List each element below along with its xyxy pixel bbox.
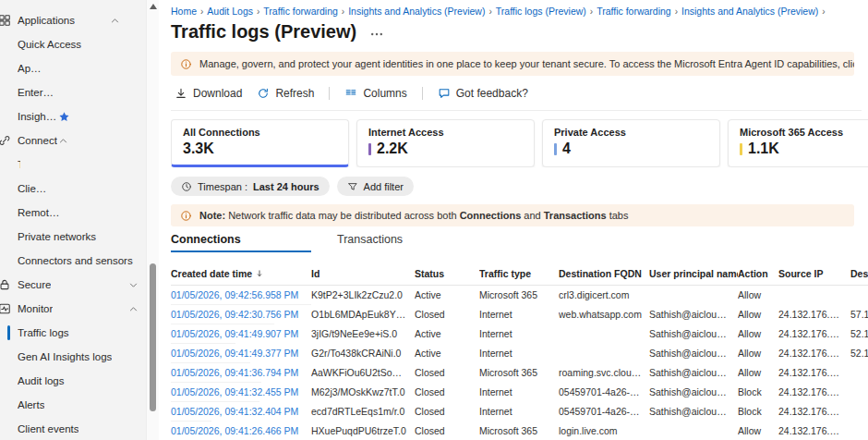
breadcrumb-link[interactable]: Insights and Analytics (Preview)	[348, 6, 485, 17]
sidebar-item[interactable]: Remote networks	[0, 201, 83, 225]
source-ip-cell: 24.132.176.209	[778, 386, 850, 397]
sort-desc-icon	[255, 269, 264, 278]
created-date-link[interactable]: 01/05/2026, 09:41:49.907 PM	[171, 328, 311, 339]
scroll-up-arrow-icon[interactable]	[150, 4, 157, 9]
sidebar-item-label: Client events	[18, 423, 78, 434]
created-date-link[interactable]: 01/05/2026, 09:41:32.455 PM	[171, 386, 311, 397]
status-cell: Active	[415, 328, 479, 339]
sidebar-item[interactable]: Private networks	[0, 225, 159, 249]
table-row[interactable]: 01/05/2026, 09:42:30.756 PM O1bL6MDApEuk…	[171, 305, 274, 324]
sidebar-item[interactable]: Gen AI Insights logs	[0, 345, 159, 369]
breadcrumb-link[interactable]: Traffic forwarding	[263, 6, 338, 17]
sidebar-item-label: Client download	[18, 183, 52, 194]
column-header[interactable]: Traffic type	[479, 268, 559, 279]
destination-fqdn-cell: roaming.svc.cloud....	[559, 367, 649, 378]
sidebar-item-label: Enterprise applications	[18, 87, 59, 98]
sidebar-item-label: Alerts	[18, 399, 44, 410]
table-row[interactable]: 01/05/2026, 09:41:26.466 PM HXuePuqdPU6t…	[171, 422, 243, 440]
breadcrumb-link[interactable]: Insights and Analytics (Preview)	[681, 6, 818, 17]
sidebar-item[interactable]: Connect	[0, 128, 89, 153]
stat-card[interactable]: Microsoft 365 Access 1.1K	[728, 119, 868, 167]
stat-card-color-bar	[368, 143, 371, 155]
created-date-link[interactable]: 01/05/2026, 09:41:32.404 PM	[171, 406, 311, 417]
sidebar-item[interactable]: Traffic logs	[0, 321, 159, 345]
column-header[interactable]: User principal name	[649, 268, 738, 279]
column-header[interactable]: Status	[415, 268, 479, 279]
stat-cards: All Connections 3.3K Internet Access 2.2…	[171, 119, 868, 167]
toolbar: Download Refresh Columns Got feedback?	[171, 85, 862, 111]
sidebar-item-label: Traffic logs	[18, 327, 69, 338]
traffic-type-cell: Microsoft 365	[479, 289, 559, 300]
action-cell: Allow	[738, 328, 778, 339]
stat-card-value: 2.2K	[377, 141, 408, 157]
chevron-down-icon	[128, 280, 139, 290]
timespan-filter-pill[interactable]: Timespan : Last 24 hours	[171, 177, 330, 196]
feedback-button[interactable]: Got feedback?	[434, 85, 532, 102]
column-header[interactable]: Action	[738, 268, 778, 279]
breadcrumb-link[interactable]: Traffic logs (Preview)	[496, 6, 586, 17]
note-text: Note: Network traffic data may be distri…	[199, 210, 628, 221]
id-cell: 3jIG/t9NeEe9e+iS.0	[311, 328, 415, 339]
action-cell: Block	[738, 386, 778, 397]
sidebar-item[interactable]: Monitor	[0, 297, 159, 321]
sidebar-item-label: Gen AI Insights logs	[18, 351, 112, 362]
sidebar-item-label: Secure	[18, 279, 51, 290]
add-filter-button[interactable]: Add filter	[337, 177, 414, 196]
tab[interactable]: Transactions	[337, 233, 440, 252]
traffic-type-cell: Internet	[479, 328, 559, 339]
stat-card-color-bar	[554, 143, 557, 155]
sidebar-item[interactable]: Applications	[0, 8, 140, 32]
tab[interactable]: Connections	[171, 233, 311, 252]
stat-card[interactable]: Private Access 4	[542, 119, 720, 167]
stat-card[interactable]: Internet Access 2.2K	[356, 119, 535, 167]
sidebar-item[interactable]: Audit logs	[0, 369, 159, 393]
breadcrumb-link[interactable]: Traffic forwarding	[597, 6, 671, 17]
sidebar-item[interactable]: Application discovery	[0, 56, 65, 80]
table-row[interactable]: 01/05/2026, 09:42:56.958 PM K9tP2+3LIk2z…	[171, 286, 311, 305]
sidebar-item-label: Audit logs	[18, 375, 65, 386]
column-header[interactable]: Destination IP	[850, 268, 868, 279]
created-date-link[interactable]: 01/05/2026, 09:41:36.794 PM	[171, 367, 311, 378]
breadcrumb-link[interactable]: Audit Logs	[207, 6, 253, 17]
table-row[interactable]: 01/05/2026, 09:41:32.455 PM M62j3/MOskKw…	[171, 383, 259, 402]
sidebar-item[interactable]: Enterprise applications	[0, 80, 79, 104]
download-icon	[175, 87, 187, 100]
created-date-link[interactable]: 01/05/2026, 09:41:49.377 PM	[171, 348, 311, 359]
column-header[interactable]: Destination FQDN	[559, 268, 649, 279]
table-row[interactable]: 01/05/2026, 09:41:36.794 PM AaWKFiOu6U2t…	[171, 363, 261, 383]
sidebar-item[interactable]: Traffic forwarding	[0, 153, 41, 177]
status-cell: Closed	[415, 309, 479, 320]
stat-card[interactable]: All Connections 3.3K	[171, 119, 349, 167]
created-date-link[interactable]: 01/05/2026, 09:42:56.958 PM	[171, 289, 311, 300]
sidebar-item[interactable]: Secure	[0, 273, 159, 297]
source-ip-cell: 24.132.176.209	[778, 328, 850, 339]
traffic-type-cell: Microsoft 365	[479, 425, 559, 436]
table-row[interactable]: 01/05/2026, 09:41:49.377 PM G2r/To438kCR…	[171, 344, 250, 363]
clock-icon	[181, 181, 192, 192]
monitor-icon	[0, 302, 11, 315]
action-cell: Allow	[738, 348, 778, 359]
column-header[interactable]: Created date time	[171, 268, 311, 279]
column-header[interactable]: Id	[311, 268, 415, 279]
sidebar-item-label: Connectors and sensors	[18, 255, 133, 266]
sidebar-item[interactable]: Alerts	[0, 393, 159, 417]
table-row[interactable]: 01/05/2026, 09:41:49.907 PM 3jIG/t9NeEe9…	[171, 324, 235, 344]
table-row[interactable]: 01/05/2026, 09:41:32.404 PM ecd7dRTLeEqs…	[171, 402, 211, 422]
created-date-link[interactable]: 01/05/2026, 09:41:26.466 PM	[171, 425, 311, 436]
sidebar-item[interactable]: Client download	[0, 177, 72, 201]
columns-button[interactable]: Columns	[341, 85, 410, 102]
column-header[interactable]: Source IP	[778, 268, 850, 279]
download-button[interactable]: Download	[171, 85, 246, 102]
breadcrumb: Home›Audit Logs›Traffic forwarding›Insig…	[171, 6, 865, 17]
sidebar-item[interactable]: Quick Access	[0, 32, 103, 56]
id-cell: ecd7dRTLeEqs1m/r.0	[311, 406, 415, 417]
more-options-button[interactable]	[369, 27, 384, 42]
sidebar-item[interactable]: Client events	[0, 417, 159, 440]
sidebar-item[interactable]: Connectors and sensors	[0, 249, 159, 273]
sidebar-scrollbar[interactable]	[146, 0, 159, 440]
breadcrumb-link[interactable]: Home	[171, 6, 197, 17]
sidebar-item[interactable]: Insights & Analytics	[0, 104, 90, 128]
refresh-button[interactable]: Refresh	[253, 85, 318, 102]
created-date-link[interactable]: 01/05/2026, 09:42:30.756 PM	[171, 309, 311, 320]
scrollbar-thumb[interactable]	[150, 263, 156, 411]
